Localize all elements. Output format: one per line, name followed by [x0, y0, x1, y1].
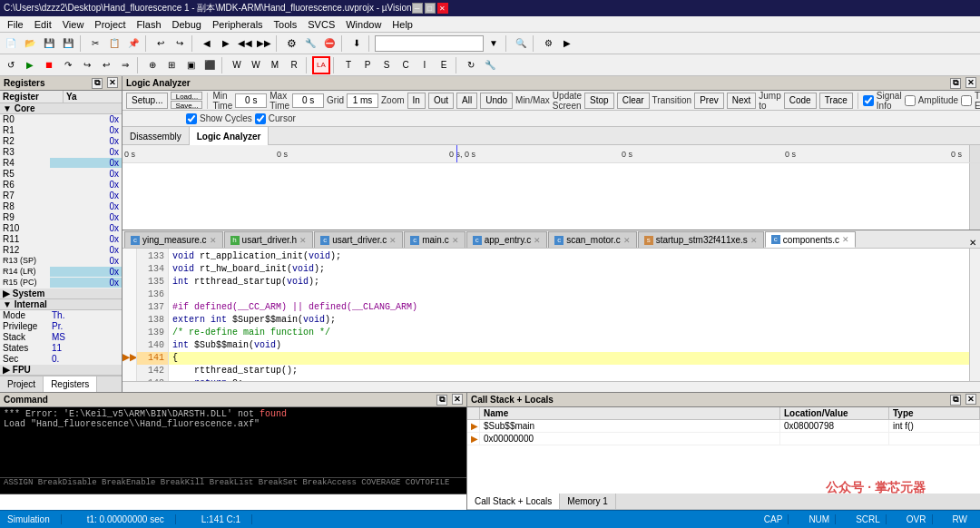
reg-r13[interactable]: R13 (SP)0x [0, 256, 122, 267]
memory1-tab[interactable]: Memory 1 [560, 494, 615, 509]
step-button[interactable]: ↷ [59, 56, 77, 74]
la-stop-button[interactable]: Stop [584, 93, 614, 109]
code-tab-scan[interactable]: c scan_motor.c ✕ [548, 231, 636, 248]
tab-close-main[interactable]: ✕ [452, 236, 459, 245]
la-grid-input[interactable] [347, 93, 378, 108]
registers-float-button[interactable]: ⧉ [92, 78, 103, 89]
nav-back2-button[interactable]: ◀◀ [236, 34, 254, 53]
la-next-button[interactable]: Next [727, 93, 757, 109]
reg-r6[interactable]: R60x [0, 180, 122, 191]
reg-r1[interactable]: R10x [0, 125, 122, 136]
rebuild-button[interactable]: 🔧 [301, 34, 319, 53]
tab-close-usart-h[interactable]: ✕ [299, 236, 307, 245]
la-trace-button[interactable]: Trace [819, 93, 853, 109]
close-button[interactable]: ✕ [437, 3, 448, 14]
event-button[interactable]: E [435, 56, 453, 74]
reg-r5[interactable]: R50x [0, 169, 122, 180]
la-setup-button[interactable]: Setup... [126, 93, 168, 109]
nav-back-button[interactable]: ◀ [198, 34, 216, 53]
la-close-button[interactable]: ✕ [965, 77, 976, 88]
target-dropdown-button[interactable]: ▼ [485, 34, 503, 53]
command-close-button[interactable]: ✕ [452, 394, 463, 405]
tabs-close-all-button[interactable]: ✕ [965, 238, 980, 248]
callstack-float-button[interactable]: ⧉ [950, 395, 961, 406]
reg-r7[interactable]: R70x [0, 191, 122, 201]
watch2-button[interactable]: W [247, 56, 265, 74]
code-scrollbar-h[interactable] [122, 381, 980, 392]
la-prev-button[interactable]: Prev [694, 93, 724, 109]
menu-flash[interactable]: Flash [132, 18, 167, 31]
la-save-button[interactable]: Save... [171, 101, 202, 109]
redo-button[interactable]: ↪ [171, 34, 189, 53]
symbol-button[interactable]: S [377, 56, 396, 74]
menu-view[interactable]: View [57, 18, 90, 31]
regs-button[interactable]: R [285, 56, 303, 74]
menu-help[interactable]: Help [387, 18, 418, 31]
la-zoom-out-button[interactable]: Out [428, 93, 454, 109]
reg-r9[interactable]: R90x [0, 212, 122, 223]
save-all-button[interactable]: 💾 [59, 34, 77, 53]
la-clear-button[interactable]: Clear [617, 93, 650, 109]
la-signal-info-checkbox[interactable] [863, 95, 874, 106]
code-cov-button[interactable]: C [397, 56, 415, 74]
watch1-button[interactable]: W [228, 56, 246, 74]
reg-r14[interactable]: R14 (LR)0x [0, 267, 122, 278]
code-tab-app[interactable]: c app_entry.c ✕ [466, 231, 548, 248]
new-file-button[interactable]: 📄 [2, 34, 20, 53]
la-zoom-all-button[interactable]: All [456, 93, 477, 109]
la-load-button[interactable]: Load... [171, 92, 202, 100]
callstack-tab[interactable]: Call Stack + Locals [467, 494, 560, 509]
command-input[interactable] [0, 494, 466, 510]
la-amplitude-checkbox[interactable] [905, 95, 916, 106]
cs-row-1[interactable]: ▶ 0x00000000 [467, 433, 980, 445]
callstack-close-button[interactable]: ✕ [965, 394, 976, 405]
registers-close-button[interactable]: ✕ [107, 77, 118, 88]
tab-close-startup[interactable]: ✕ [750, 236, 758, 245]
memory-button[interactable]: M [266, 56, 284, 74]
reg-stack[interactable]: StackMS [0, 332, 122, 343]
la-cursor-checkbox[interactable] [255, 113, 266, 124]
menu-debug[interactable]: Debug [167, 18, 207, 31]
setup2-button[interactable]: 🔧 [481, 56, 499, 74]
perf-button[interactable]: P [358, 56, 377, 74]
menu-project[interactable]: Project [89, 18, 131, 31]
menu-svcs[interactable]: SVCS [302, 18, 340, 31]
project-tab[interactable]: Project [0, 376, 44, 392]
save-button[interactable]: 💾 [40, 34, 58, 53]
code-tab-components[interactable]: c components.c ✕ [765, 231, 856, 248]
reg-r2[interactable]: R20x [0, 136, 122, 147]
la-show-cycles-checkbox[interactable] [186, 113, 197, 124]
cut-button[interactable]: ✂ [86, 34, 104, 53]
reg-r12[interactable]: R120x [0, 245, 122, 256]
la-timestamps-checkbox[interactable] [961, 95, 972, 106]
tab-close-components[interactable]: ✕ [842, 235, 849, 244]
reg-r3[interactable]: R30x [0, 147, 122, 158]
fpu-section[interactable]: ▶ FPU [0, 365, 122, 376]
reg-r0[interactable]: R00x [0, 114, 122, 125]
code-tab-ying[interactable]: c ying_measure.c ✕ [124, 231, 223, 248]
reg-states[interactable]: States11 [0, 343, 122, 354]
menu-tools[interactable]: Tools [269, 18, 303, 31]
download-button[interactable]: ⬇ [348, 34, 366, 53]
code-tab-usart-c[interactable]: c usart_driver.c ✕ [314, 231, 403, 248]
code-scrollbar-v[interactable] [969, 249, 980, 381]
instr-trace-button[interactable]: I [416, 56, 434, 74]
trace-button[interactable]: T [339, 56, 358, 74]
logic-analyzer-button[interactable]: LA [312, 56, 330, 74]
maximize-button[interactable]: □ [425, 3, 436, 14]
more-button[interactable]: ▶ [558, 34, 576, 53]
la-scrollbar-v[interactable] [969, 163, 980, 230]
run-button[interactable]: ▶ [21, 56, 39, 74]
registers-tab[interactable]: Registers [44, 376, 97, 392]
code-tab-startup[interactable]: s startup_stm32f411xe.s ✕ [638, 231, 764, 248]
reg-r4[interactable]: R40x [0, 158, 122, 169]
tab-close-usart-c[interactable]: ✕ [389, 236, 397, 245]
menu-edit[interactable]: Edit [29, 18, 57, 31]
reg-privilege[interactable]: PrivilegePr. [0, 321, 122, 332]
reg-r11[interactable]: R110x [0, 234, 122, 245]
cmd-window-button[interactable]: ▣ [181, 56, 200, 74]
options-button[interactable]: ⚙ [539, 34, 557, 53]
stop-button[interactable]: ⏹ [40, 56, 58, 74]
disassembly-button[interactable]: ⊞ [162, 56, 181, 74]
breakpoints-button[interactable]: ⬛ [201, 56, 219, 74]
